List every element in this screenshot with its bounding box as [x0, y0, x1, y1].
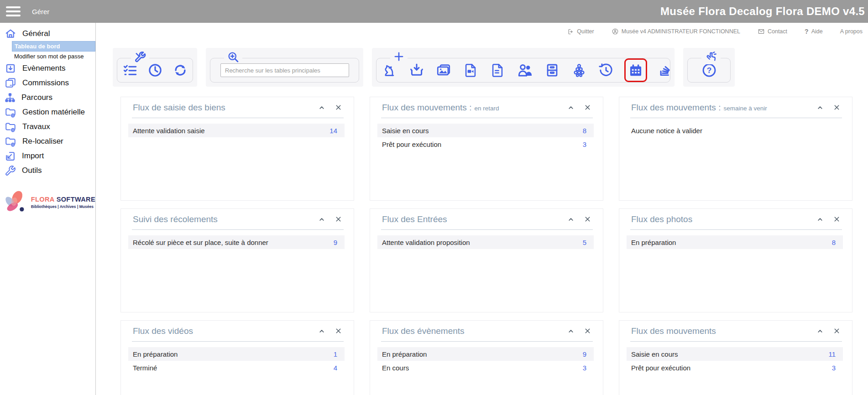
toolbar-group-help: ?	[683, 48, 735, 87]
dashboard-card: Flux des évènements En préparation 9 En …	[370, 320, 603, 395]
sidebar-item-import[interactable]: Import	[0, 149, 95, 163]
logout-icon	[567, 28, 574, 35]
menu-label[interactable]: Gérer	[32, 8, 49, 16]
stacked-windows-icon	[5, 77, 16, 89]
video-file-icon[interactable]	[463, 62, 478, 78]
a-propos-button[interactable]: A propos	[840, 28, 863, 35]
collapse-icon[interactable]	[567, 327, 575, 335]
clock-icon[interactable]	[147, 62, 163, 78]
userbar: Quitter Musée v4 ADMINISTRATEUR FONCTION…	[96, 23, 868, 40]
sidebar-item-commissions[interactable]: Commissions	[0, 76, 95, 90]
row-count: 8	[583, 127, 586, 135]
search-input[interactable]	[220, 63, 349, 77]
document-icon[interactable]	[490, 62, 505, 78]
import-arrow-icon	[5, 151, 16, 162]
app-title: Musée Flora Decalog Flora DEMO v4.5	[660, 5, 868, 18]
card-row[interactable]: Récolé sur pièce et sur place, suite à d…	[128, 235, 345, 249]
zoom-plus-icon	[224, 51, 242, 63]
close-icon[interactable]	[584, 216, 591, 223]
images-icon[interactable]	[436, 62, 451, 78]
close-icon[interactable]	[584, 327, 591, 334]
close-icon[interactable]	[833, 104, 840, 111]
refresh-icon[interactable]	[173, 62, 188, 78]
sidebar: Général Tableau de bord Modifier son mot…	[0, 23, 96, 395]
topbar: Gérer Musée Flora Decalog Flora DEMO v4.…	[0, 0, 868, 23]
aide-button[interactable]: ? Aide	[805, 28, 823, 35]
card-row[interactable]: Attente validation proposition 5	[377, 235, 594, 249]
card-row[interactable]: Saisie en cours 8	[377, 124, 594, 137]
card-row[interactable]: Saisie en cours 11	[627, 347, 843, 361]
cluster-icon[interactable]	[571, 62, 587, 78]
card-row[interactable]: Attente validation saisie 14	[128, 124, 345, 137]
sidebar-item-evenements[interactable]: Evènements	[0, 61, 95, 76]
sidebar-item-gestion-materielle[interactable]: Gestion matérielle	[0, 105, 95, 120]
close-icon[interactable]	[833, 216, 840, 223]
stack-icon[interactable]	[658, 62, 673, 78]
card-title: Flux des mouvements	[630, 326, 716, 336]
sidebar-item-outils[interactable]: Outils	[0, 163, 95, 178]
help-icon[interactable]: ?	[701, 62, 717, 78]
home-icon	[5, 28, 16, 40]
toolbar: ?	[113, 48, 868, 87]
dashboard-card: Flux des vidéos En préparation 1 Terminé…	[120, 320, 354, 395]
sidebar-item-tableau-de-bord[interactable]: Tableau de bord	[12, 41, 95, 52]
dashboard-card: Flux des mouvements :semaine à venir Auc…	[619, 97, 852, 201]
people-icon[interactable]	[517, 62, 533, 78]
hand-gesture-icon	[701, 51, 721, 64]
collapse-icon[interactable]	[816, 327, 824, 335]
card-row[interactable]: En préparation 1	[128, 347, 345, 361]
close-icon[interactable]	[335, 104, 342, 111]
card-row[interactable]: En cours 3	[377, 361, 594, 374]
plus-icon	[390, 51, 408, 62]
dashboard-card: Flux des mouvements Saisie en cours 11 P…	[619, 320, 852, 395]
card-row[interactable]: Aucune notice à valider	[627, 124, 843, 137]
collapse-icon[interactable]	[318, 327, 325, 335]
sitemap-icon	[5, 92, 16, 103]
card-subtitle: en retard	[474, 105, 499, 112]
sidebar-item-modifier-mot-de-passe[interactable]: Modifier son mot de passe	[12, 52, 95, 61]
card-title: Flux des évènements	[381, 326, 465, 336]
contact-button[interactable]: Contact	[758, 28, 787, 35]
card-row[interactable]: En préparation 9	[377, 347, 594, 361]
close-icon[interactable]	[833, 327, 840, 334]
sidebar-item-relocaliser[interactable]: Re-localiser	[0, 134, 95, 149]
collapse-icon[interactable]	[318, 104, 325, 111]
card-title: Flux des photos	[630, 214, 692, 224]
collapse-icon[interactable]	[318, 216, 325, 223]
card-title: Flux des vidéos	[132, 326, 193, 336]
card-row[interactable]: En préparation 8	[627, 235, 843, 249]
card-subtitle: semaine à venir	[723, 105, 767, 112]
events-box-icon	[5, 62, 16, 74]
dashboard-card: Suivi des récolements Récolé sur pièce e…	[120, 208, 354, 312]
dashboard-card: Flux des Entrées Attente validation prop…	[370, 208, 603, 312]
checklist-icon[interactable]	[122, 62, 138, 78]
import-tray-icon[interactable]	[409, 62, 424, 78]
history-icon[interactable]	[598, 62, 614, 78]
current-user[interactable]: Musée v4 ADMINISTRATEUR FONCTIONNEL	[612, 28, 740, 35]
card-row[interactable]: Prêt pour exécution 3	[627, 361, 843, 374]
collapse-icon[interactable]	[567, 104, 575, 111]
folder-globe-icon	[5, 135, 16, 147]
row-count: 3	[583, 140, 586, 148]
quitter-button[interactable]: Quitter	[567, 28, 594, 35]
collapse-icon[interactable]	[567, 216, 575, 223]
card-row[interactable]: Prêt pour exécution 3	[377, 137, 594, 151]
dashboard-grid: Flux de saisie des biens Attente validat…	[120, 97, 868, 395]
toolbar-group-search	[206, 48, 363, 87]
sidebar-item-parcours[interactable]: Parcours	[0, 90, 95, 105]
knight-piece-icon[interactable]	[382, 62, 397, 78]
calendar-icon[interactable]	[628, 62, 643, 78]
calendar-highlight-box	[624, 58, 647, 82]
close-icon[interactable]	[335, 216, 342, 223]
card-title: Flux des Entrées	[381, 214, 447, 224]
close-icon[interactable]	[584, 104, 591, 111]
flora-petals-icon	[2, 188, 29, 216]
collapse-icon[interactable]	[816, 216, 824, 223]
card-row[interactable]: Terminé 4	[128, 361, 345, 374]
sidebar-item-general[interactable]: Général	[0, 26, 95, 41]
close-icon[interactable]	[335, 327, 342, 334]
collapse-icon[interactable]	[816, 104, 824, 111]
hamburger-menu-icon[interactable]	[6, 4, 21, 19]
cabinet-icon[interactable]	[544, 62, 560, 78]
sidebar-item-travaux[interactable]: Travaux	[0, 120, 95, 134]
